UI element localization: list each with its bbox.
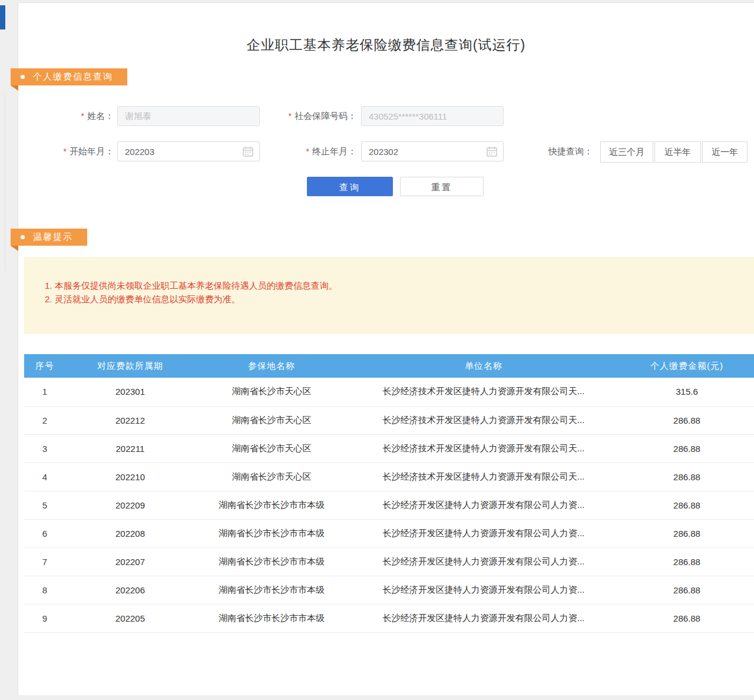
header-insured-place: 参保地名称 xyxy=(195,354,348,378)
table-cell: 202208 xyxy=(65,519,195,547)
table-cell: 5 xyxy=(24,491,65,519)
table-cell: 长沙经济技术开发区捷特人力资源开发有限公司天... xyxy=(348,378,619,406)
table-cell: 湖南省长沙市长沙市市本级 xyxy=(195,547,348,576)
header-seq: 序号 xyxy=(24,354,65,378)
table-cell: 长沙经济开发区捷特人力资源开发有限公司人力资... xyxy=(348,491,619,519)
start-month-input[interactable] xyxy=(117,141,260,161)
table-cell: 8 xyxy=(24,576,65,604)
table-cell: 286.88 xyxy=(619,491,754,519)
table-row: 4202210湖南省长沙市天心区长沙经济技术开发区捷特人力资源开发有限公司天..… xyxy=(24,463,754,491)
table-cell: 286.88 xyxy=(619,604,754,632)
table-cell: 长沙经济开发区捷特人力资源开发有限公司人力资... xyxy=(348,576,619,604)
table-cell: 湖南省长沙市长沙市市本级 xyxy=(195,491,348,519)
quick-query-label: 快捷查询： xyxy=(548,141,596,161)
ribbon-fold xyxy=(11,246,18,251)
table-body: 1202301湖南省长沙市天心区长沙经济技术开发区捷特人力资源开发有限公司天..… xyxy=(24,378,754,632)
reset-button[interactable]: 重置 xyxy=(400,177,484,196)
table-cell: 3 xyxy=(24,434,65,463)
table-cell: 湖南省长沙市天心区 xyxy=(195,378,348,406)
table-cell: 202210 xyxy=(65,463,195,491)
section-badge-label: 温馨提示 xyxy=(33,232,73,243)
header-amount: 个人缴费金额(元) xyxy=(619,354,754,378)
table-row: 8202206湖南省长沙市长沙市市本级长沙经济开发区捷特人力资源开发有限公司人力… xyxy=(24,576,754,604)
table-cell: 202205 xyxy=(65,604,195,632)
header-unit-name: 单位名称 xyxy=(348,354,619,378)
table-cell: 6 xyxy=(24,519,65,547)
table-cell: 286.88 xyxy=(619,519,754,547)
table-cell: 2 xyxy=(24,406,65,434)
section-badge-label: 个人缴费信息查询 xyxy=(33,71,113,82)
query-button[interactable]: 查询 xyxy=(307,177,393,196)
table-cell: 202301 xyxy=(65,378,195,406)
table-cell: 286.88 xyxy=(619,547,754,576)
pension-query-page: { "colors": { "accent_orange": "#f59a44"… xyxy=(0,0,754,700)
table-cell: 长沙经济技术开发区捷特人力资源开发有限公司天... xyxy=(348,406,619,434)
table-cell: 湖南省长沙市长沙市市本级 xyxy=(195,519,348,547)
table-cell: 202209 xyxy=(65,491,195,519)
header-period: 对应费款所属期 xyxy=(65,354,195,378)
payment-table: 序号 对应费款所属期 参保地名称 单位名称 个人缴费金额(元) 1202301湖… xyxy=(24,354,754,633)
table-cell: 长沙经济开发区捷特人力资源开发有限公司人力资... xyxy=(348,547,619,576)
section-badge-personal-query: 个人缴费信息查询 xyxy=(11,68,127,85)
page-title: 企业职工基本养老保险缴费信息查询(试运行) xyxy=(18,36,754,54)
table-row: 7202207湖南省长沙市长沙市市本级长沙经济开发区捷特人力资源开发有限公司人力… xyxy=(24,547,754,576)
table-cell: 9 xyxy=(24,604,65,632)
sidebar-divider xyxy=(5,94,5,271)
end-month-label: *终止年月： xyxy=(276,141,356,161)
table-cell: 湖南省长沙市天心区 xyxy=(195,406,348,434)
table-cell: 286.88 xyxy=(619,406,754,434)
table-row: 5202209湖南省长沙市长沙市市本级长沙经济开发区捷特人力资源开发有限公司人力… xyxy=(24,491,754,519)
table-cell: 4 xyxy=(24,463,65,491)
required-mark: * xyxy=(289,111,292,121)
table-cell: 202207 xyxy=(65,547,195,576)
table-cell: 长沙经济技术开发区捷特人力资源开发有限公司天... xyxy=(348,434,619,463)
ribbon-fold xyxy=(11,85,18,91)
table-row: 6202208湖南省长沙市长沙市市本级长沙经济开发区捷特人力资源开发有限公司人力… xyxy=(24,519,754,547)
start-month-label: *开始年月： xyxy=(54,141,114,161)
table-row: 2202212湖南省长沙市天心区长沙经济技术开发区捷特人力资源开发有限公司天..… xyxy=(24,406,754,434)
ssn-input[interactable] xyxy=(361,106,504,126)
table-cell: 315.6 xyxy=(619,378,754,406)
bullet-dot-icon xyxy=(21,235,25,239)
table-row: 1202301湖南省长沙市天心区长沙经济技术开发区捷特人力资源开发有限公司天..… xyxy=(24,378,754,406)
table-cell: 长沙经济技术开发区捷特人力资源开发有限公司天... xyxy=(348,463,619,491)
table-cell: 长沙经济开发区捷特人力资源开发有限公司人力资... xyxy=(348,519,619,547)
table-cell: 202206 xyxy=(65,576,195,604)
table-cell: 1 xyxy=(24,378,65,406)
table-cell: 长沙经济开发区捷特人力资源开发有限公司人力资... xyxy=(348,604,619,632)
table-cell: 7 xyxy=(24,547,65,576)
main-panel: 企业职工基本养老保险缴费信息查询(试运行) 个人缴费信息查询 *姓名： *社会保… xyxy=(18,2,754,695)
table-header-row: 序号 对应费款所属期 参保地名称 单位名称 个人缴费金额(元) xyxy=(24,354,754,378)
quick-query-one-year-button[interactable]: 近一年 xyxy=(702,141,748,163)
table-row: 3202211湖南省长沙市天心区长沙经济技术开发区捷特人力资源开发有限公司天..… xyxy=(24,434,754,463)
required-mark: * xyxy=(306,147,309,156)
name-label: *姓名： xyxy=(54,106,114,126)
table-cell: 286.88 xyxy=(619,576,754,604)
collapsed-sidebar-edge xyxy=(0,5,5,29)
name-input[interactable] xyxy=(117,106,260,126)
quick-query-last-3-months-button[interactable]: 近三个月 xyxy=(600,141,653,163)
table-row: 9202205湖南省长沙市长沙市市本级长沙经济开发区捷特人力资源开发有限公司人力… xyxy=(24,604,754,632)
notice-box: 1. 本服务仅提供尚未领取企业职工基本养老保险待遇人员的缴费信息查询。 2. 灵… xyxy=(24,257,754,334)
table-cell: 202212 xyxy=(65,406,195,434)
bullet-dot-icon xyxy=(21,75,25,79)
table-cell: 湖南省长沙市天心区 xyxy=(195,463,348,491)
notice-line-2: 2. 灵活就业人员的缴费单位信息以实际缴费为准。 xyxy=(45,292,754,306)
table-cell: 286.88 xyxy=(619,463,754,491)
end-month-input[interactable] xyxy=(361,141,504,161)
table-cell: 286.88 xyxy=(619,434,754,463)
notice-line-1: 1. 本服务仅提供尚未领取企业职工基本养老保险待遇人员的缴费信息查询。 xyxy=(45,279,754,292)
required-mark: * xyxy=(64,147,67,156)
table-cell: 湖南省长沙市天心区 xyxy=(195,434,348,463)
table-cell: 202211 xyxy=(65,434,195,463)
quick-query-half-year-button[interactable]: 近半年 xyxy=(654,141,701,163)
table-cell: 湖南省长沙市长沙市市本级 xyxy=(195,604,348,632)
required-mark: * xyxy=(81,111,84,121)
table-cell: 湖南省长沙市长沙市市本级 xyxy=(195,576,348,604)
section-badge-tips: 温馨提示 xyxy=(11,229,87,246)
ssn-label: *社会保障号码： xyxy=(276,106,356,126)
